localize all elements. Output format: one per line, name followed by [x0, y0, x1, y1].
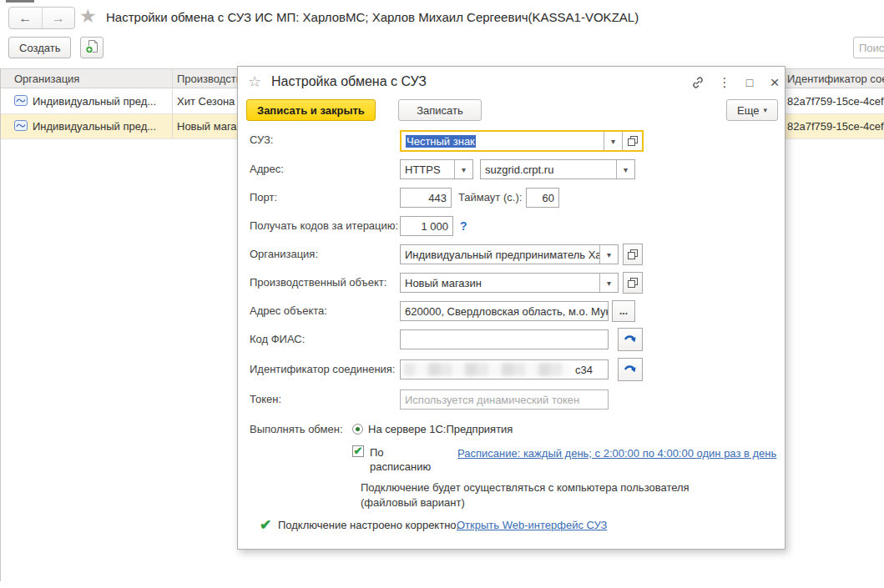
suz-label: СУЗ:: [250, 133, 273, 146]
organization-label: Организация:: [250, 248, 318, 260]
cell-organization: Индивидуальный пред...: [33, 95, 156, 108]
suz-open-icon[interactable]: [622, 132, 642, 150]
exchange-mode-label: Выполнять обмен:: [250, 423, 343, 435]
connection-id-refresh-button[interactable]: [618, 358, 643, 381]
back-icon: ←: [18, 11, 32, 26]
protocol-select[interactable]: HTTPS ▾: [400, 159, 473, 179]
dialog-title: Настройка обмена с СУЗ: [271, 74, 427, 89]
organization-field[interactable]: Индивидуальный предприниматель Хар. ▾: [400, 244, 619, 264]
cell-organization: Индивидуальный пред...: [33, 120, 156, 133]
more-menu-kebab-icon[interactable]: ⋮: [715, 74, 734, 91]
schedule-checkbox[interactable]: ✔: [352, 445, 364, 457]
object-address-value: 620000, Свердловская область, м.о. Муниц: [401, 305, 608, 318]
column-header-organization[interactable]: Организация: [1, 69, 172, 88]
more-button-label: Еще: [737, 104, 759, 117]
dialog-favorite-star-icon[interactable]: ☆: [248, 73, 261, 91]
codes-per-iteration-field[interactable]: 1 000: [400, 216, 453, 236]
codes-per-iteration-label: Получать кодов за итерацию:: [250, 219, 398, 232]
schedule-link[interactable]: Расписание: каждый день; с 2:00:00 по 4:…: [457, 446, 791, 461]
protocol-value: HTTPS: [401, 163, 454, 176]
back-button[interactable]: ←: [9, 8, 42, 28]
port-label: Порт:: [250, 191, 277, 204]
create-by-copy-button[interactable]: [80, 37, 104, 58]
maximize-icon[interactable]: □: [740, 74, 759, 91]
production-object-field[interactable]: Новый магазин ▾: [400, 273, 619, 293]
object-address-field[interactable]: 620000, Свердловская область, м.о. Муниц: [400, 301, 609, 321]
suz-exchange-settings-dialog: ☆ Настройка обмена с СУЗ ⋮ □ × Записать …: [237, 66, 785, 550]
production-object-open-button[interactable]: [623, 272, 643, 294]
timeout-field[interactable]: 60: [526, 188, 559, 208]
nav-history-group: ← →: [8, 7, 75, 29]
organization-open-button[interactable]: [623, 244, 643, 265]
favorite-star-icon[interactable]: ★: [79, 5, 97, 28]
save-button[interactable]: Записать: [398, 99, 482, 121]
connection-id-visible-suffix: c34: [571, 364, 604, 376]
catalog-item-icon: [14, 95, 28, 108]
object-address-label: Адрес объекта:: [250, 304, 327, 317]
search-input[interactable]: [853, 37, 884, 58]
open-web-interface-link[interactable]: Открыть Web-интерфейс СУЗ: [457, 519, 607, 531]
connection-id-field[interactable]: c34: [400, 359, 609, 379]
fias-refresh-button[interactable]: [618, 328, 643, 351]
suz-field[interactable]: Честный знак ▾: [400, 130, 644, 152]
fias-field[interactable]: [400, 329, 609, 349]
cell-connection-id: 82a7f759-15ce-4cef-: [783, 114, 884, 138]
organization-value: Индивидуальный предприниматель Хар.: [401, 249, 599, 261]
forward-button[interactable]: →: [42, 8, 75, 28]
organization-dropdown-icon[interactable]: ▾: [599, 245, 618, 264]
page-title: Настройки обмена с СУЗ ИС МП: ХарловМС; …: [106, 10, 639, 24]
server-radio[interactable]: [352, 424, 363, 435]
object-address-choose-button[interactable]: ...: [612, 300, 635, 322]
dropdown-icon: ▾: [763, 106, 767, 114]
port-field[interactable]: 443: [400, 188, 452, 208]
save-and-close-button[interactable]: Записать и закрыть: [246, 99, 376, 121]
suz-dropdown-icon[interactable]: ▾: [604, 132, 622, 150]
host-field[interactable]: suzgrid.crpt.ru ▾: [480, 159, 635, 179]
copy-document-icon: [85, 39, 99, 57]
forward-icon: →: [52, 11, 65, 26]
window-edge-strip: [6, 0, 34, 3]
connection-id-label: Идентификатор соединения:: [250, 363, 395, 375]
status-text: Подключение настроено корректно.: [278, 519, 459, 531]
schedule-checkbox-label: По расписанию: [370, 445, 435, 474]
close-icon[interactable]: ×: [765, 74, 784, 91]
token-input[interactable]: [400, 389, 609, 410]
production-object-value: Новый магазин: [401, 277, 599, 289]
fias-label: Код ФИАС:: [250, 333, 305, 345]
token-label: Токен:: [250, 393, 281, 405]
host-value: suzgrid.crpt.ru: [481, 163, 616, 176]
copy-link-icon[interactable]: [689, 74, 707, 91]
column-header-connection-id[interactable]: Идентификатор соединения: [783, 69, 884, 88]
protocol-dropdown-icon[interactable]: ▾: [454, 160, 472, 178]
server-radio-label: На сервере 1С:Предприятия: [368, 423, 513, 435]
host-dropdown-icon[interactable]: ▾: [616, 160, 634, 178]
timeout-label: Таймаут (с.):: [458, 191, 522, 204]
create-button[interactable]: Создать: [8, 37, 71, 58]
address-label: Адрес:: [250, 163, 284, 175]
success-check-icon: ✔: [260, 516, 271, 534]
production-object-dropdown-icon[interactable]: ▾: [599, 274, 618, 292]
cell-connection-id: 82a7f759-15ce-4cef-: [783, 89, 884, 113]
redacted-value-blur: [403, 363, 570, 376]
suz-value: Честный знак: [406, 135, 476, 148]
production-object-label: Производственный объект:: [250, 276, 386, 289]
help-icon[interactable]: ?: [460, 219, 467, 233]
connection-note: Подключение будет осуществляться с компь…: [361, 480, 732, 510]
catalog-item-icon: [14, 120, 28, 133]
more-button[interactable]: Еще ▾: [726, 99, 778, 121]
